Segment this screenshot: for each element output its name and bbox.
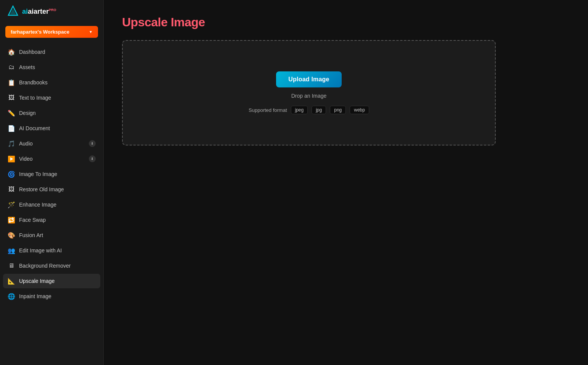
brandbooks-icon: 📋 <box>8 79 15 86</box>
sidebar-item-edit-image-ai[interactable]: 👥Edit Image with AI <box>3 243 100 258</box>
sidebar-item-image-to-image[interactable]: 🌀Image To Image <box>3 167 100 181</box>
format-badge-png: png <box>330 106 346 114</box>
text-to-image-icon: 🖼 <box>8 94 15 102</box>
enhance-image-icon: 🪄 <box>8 201 15 208</box>
sidebar-item-label-fusion-art: Fusion Art <box>19 232 96 238</box>
ai-document-icon: 📄 <box>8 124 15 132</box>
fusion-art-icon: 🎨 <box>8 231 15 239</box>
sidebar-item-ai-document[interactable]: 📄AI Document <box>3 121 100 136</box>
restore-old-image-icon: 🖼 <box>8 186 15 193</box>
sidebar-item-label-image-to-image: Image To Image <box>19 171 96 177</box>
sidebar: aiaiarterPRO farhapartex's Workspace ▼ 🏠… <box>0 0 104 365</box>
sidebar-item-label-background-remover: Background Remover <box>19 263 96 269</box>
chevron-down-icon: ▼ <box>89 30 93 34</box>
upscale-image-icon: 📐 <box>8 277 15 285</box>
inpaint-image-icon: 🌐 <box>8 292 15 300</box>
sidebar-item-restore-old-image[interactable]: 🖼Restore Old Image <box>3 182 100 197</box>
sidebar-item-label-assets: Assets <box>19 64 96 70</box>
sidebar-nav: 🏠Dashboard🗂Assets📋Brandbooks🖼Text to Ima… <box>0 43 103 305</box>
format-label: Supported format <box>249 107 287 113</box>
edit-image-ai-icon: 👥 <box>8 247 15 254</box>
sidebar-item-label-brandbooks: Brandbooks <box>19 79 96 86</box>
sidebar-item-enhance-image[interactable]: 🪄Enhance Image <box>3 197 100 212</box>
sidebar-item-text-to-image[interactable]: 🖼Text to Image <box>3 90 100 105</box>
sidebar-item-audio[interactable]: 🎵Audio⬇ <box>3 136 100 151</box>
dashboard-icon: 🏠 <box>8 48 15 56</box>
sidebar-item-label-restore-old-image: Restore Old Image <box>19 186 96 192</box>
audio-icon: 🎵 <box>8 140 15 147</box>
sidebar-item-label-design: Design <box>19 110 96 116</box>
logo-text: aiaiarterPRO <box>22 8 56 16</box>
sidebar-item-label-dashboard: Dashboard <box>19 49 96 55</box>
sidebar-item-label-text-to-image: Text to Image <box>19 95 96 101</box>
image-to-image-icon: 🌀 <box>8 170 15 178</box>
sidebar-item-video[interactable]: ▶️Video⬇ <box>3 152 100 166</box>
main-content: Upscale Image Upload Image Drop an Image… <box>104 0 588 365</box>
sidebar-item-label-inpaint-image: Inpaint Image <box>19 293 96 299</box>
sidebar-item-label-upscale-image: Upscale Image <box>19 278 96 284</box>
sidebar-item-label-face-swap: Face Swap <box>19 217 96 223</box>
page-title: Upscale Image <box>122 15 570 29</box>
sidebar-item-label-video: Video <box>19 156 85 162</box>
workspace-label: farhapartex's Workspace <box>11 29 69 35</box>
assets-icon: 🗂 <box>8 63 15 71</box>
sidebar-item-design[interactable]: ✏️Design <box>3 106 100 120</box>
sidebar-item-label-audio: Audio <box>19 141 85 147</box>
upload-image-button[interactable]: Upload Image <box>276 71 341 87</box>
format-row: Supported format jpegjpgpngwebp <box>249 106 369 114</box>
sidebar-item-label-ai-document: AI Document <box>19 125 96 131</box>
sidebar-item-dashboard[interactable]: 🏠Dashboard <box>3 45 100 59</box>
svg-marker-1 <box>10 8 16 15</box>
design-icon: ✏️ <box>8 109 15 117</box>
sidebar-item-fusion-art[interactable]: 🎨Fusion Art <box>3 228 100 242</box>
format-badge-jpeg: jpeg <box>291 106 308 114</box>
sidebar-item-label-enhance-image: Enhance Image <box>19 202 96 208</box>
sidebar-item-face-swap[interactable]: 🔁Face Swap <box>3 213 100 227</box>
sidebar-item-brandbooks[interactable]: 📋Brandbooks <box>3 75 100 90</box>
workspace-button[interactable]: farhapartex's Workspace ▼ <box>5 26 98 38</box>
sidebar-item-inpaint-image[interactable]: 🌐Inpaint Image <box>3 289 100 304</box>
badge-video: ⬇ <box>89 155 96 162</box>
video-icon: ▶️ <box>8 155 15 163</box>
drop-text: Drop an Image <box>291 93 327 99</box>
format-badge-webp: webp <box>350 106 369 114</box>
upload-zone[interactable]: Upload Image Drop an Image Supported for… <box>122 40 496 145</box>
sidebar-item-background-remover[interactable]: 🖥Background Remover <box>3 258 100 273</box>
logo: aiaiarterPRO <box>0 0 103 23</box>
format-badge-jpg: jpg <box>312 106 326 114</box>
badge-audio: ⬇ <box>89 140 96 147</box>
sidebar-item-upscale-image[interactable]: 📐Upscale Image <box>3 274 100 288</box>
sidebar-item-assets[interactable]: 🗂Assets <box>3 60 100 74</box>
background-remover-icon: 🖥 <box>8 262 15 270</box>
face-swap-icon: 🔁 <box>8 216 15 224</box>
sidebar-item-label-edit-image-ai: Edit Image with AI <box>19 247 96 254</box>
